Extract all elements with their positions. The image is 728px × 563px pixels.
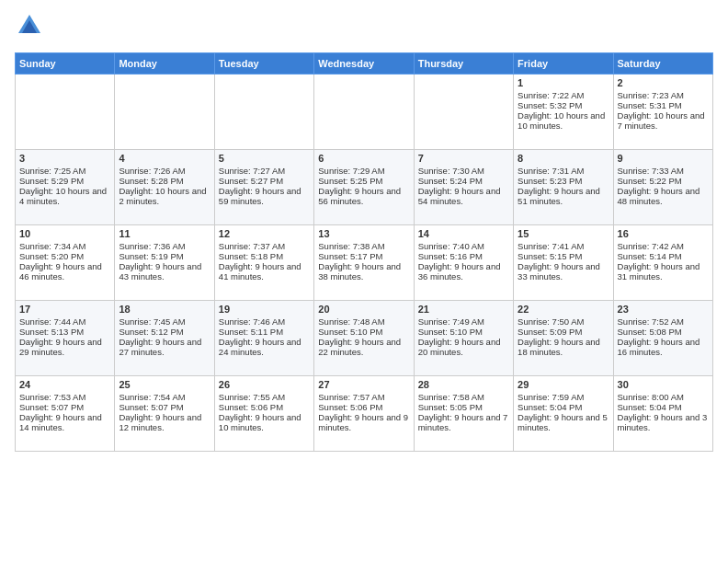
cell-content-line: Sunset: 5:25 PM — [318, 176, 409, 186]
day-number: 9 — [618, 153, 709, 164]
day-number: 18 — [119, 304, 210, 315]
cell-content-line: Sunset: 5:32 PM — [518, 100, 609, 110]
cell-content-line: Sunset: 5:16 PM — [418, 251, 509, 261]
cell-content-line: Sunset: 5:05 PM — [418, 402, 509, 412]
cell-content-line: Sunset: 5:10 PM — [318, 327, 409, 337]
cell-content-line: Sunset: 5:15 PM — [518, 251, 609, 261]
calendar-cell: 13Sunrise: 7:38 AMSunset: 5:17 PMDayligh… — [314, 225, 414, 301]
calendar-cell — [414, 75, 513, 150]
calendar-cell — [115, 75, 214, 150]
cell-content-line: Sunset: 5:23 PM — [518, 176, 609, 186]
cell-content-line: Sunrise: 7:46 AM — [219, 316, 310, 327]
calendar-cell: 7Sunrise: 7:30 AMSunset: 5:24 PMDaylight… — [414, 150, 513, 225]
calendar-cell: 9Sunrise: 7:33 AMSunset: 5:22 PMDaylight… — [613, 150, 712, 225]
cell-content-line: Sunrise: 7:22 AM — [518, 90, 609, 100]
calendar-cell: 6Sunrise: 7:29 AMSunset: 5:25 PMDaylight… — [314, 150, 414, 225]
cell-content-line: Daylight: 9 hours and 46 minutes. — [19, 261, 110, 282]
day-number: 16 — [618, 228, 709, 239]
cell-content-line: Daylight: 9 hours and 12 minutes. — [119, 412, 210, 432]
header — [15, 11, 713, 45]
day-number: 15 — [518, 228, 609, 239]
cell-content-line: Daylight: 9 hours and 22 minutes. — [318, 337, 409, 357]
cell-content-line: Daylight: 9 hours and 51 minutes. — [518, 186, 609, 206]
cell-content-line: Sunset: 5:31 PM — [618, 100, 709, 110]
cell-content-line: Daylight: 9 hours and 38 minutes. — [318, 261, 409, 282]
cell-content-line: Sunrise: 7:23 AM — [618, 90, 709, 100]
day-number: 4 — [119, 153, 210, 164]
calendar-cell: 30Sunrise: 8:00 AMSunset: 5:04 PMDayligh… — [613, 376, 712, 452]
day-number: 23 — [618, 304, 709, 315]
calendar-cell: 17Sunrise: 7:44 AMSunset: 5:13 PMDayligh… — [16, 301, 115, 376]
cell-content-line: Sunset: 5:07 PM — [19, 402, 110, 412]
day-number: 1 — [518, 77, 609, 88]
col-header-saturday: Saturday — [613, 53, 712, 75]
cell-content-line: Sunset: 5:08 PM — [618, 327, 709, 337]
cell-content-line: Sunset: 5:22 PM — [618, 176, 709, 186]
cell-content-line: Daylight: 9 hours and 43 minutes. — [119, 261, 210, 282]
cell-content-line: Daylight: 10 hours and 4 minutes. — [19, 186, 110, 206]
calendar-cell: 14Sunrise: 7:40 AMSunset: 5:16 PMDayligh… — [414, 225, 513, 301]
cell-content-line: Sunrise: 7:26 AM — [119, 166, 210, 176]
cell-content-line: Sunrise: 7:53 AM — [19, 392, 110, 402]
calendar-cell: 16Sunrise: 7:42 AMSunset: 5:14 PMDayligh… — [613, 225, 712, 301]
calendar-cell: 29Sunrise: 7:59 AMSunset: 5:04 PMDayligh… — [514, 376, 613, 452]
calendar-table: SundayMondayTuesdayWednesdayThursdayFrid… — [15, 52, 713, 452]
cell-content-line: Daylight: 9 hours and 29 minutes. — [19, 337, 110, 357]
calendar-cell: 4Sunrise: 7:26 AMSunset: 5:28 PMDaylight… — [115, 150, 214, 225]
cell-content-line: Daylight: 9 hours and 36 minutes. — [418, 261, 509, 282]
cell-content-line: Sunset: 5:29 PM — [19, 176, 110, 186]
week-row-3: 10Sunrise: 7:34 AMSunset: 5:20 PMDayligh… — [16, 225, 713, 301]
cell-content-line: Sunrise: 7:50 AM — [518, 316, 609, 327]
day-number: 8 — [518, 153, 609, 164]
cell-content-line: Daylight: 9 hours and 10 minutes. — [219, 412, 310, 432]
cell-content-line: Sunrise: 7:54 AM — [119, 392, 210, 402]
cell-content-line: Daylight: 10 hours and 2 minutes. — [119, 186, 210, 206]
day-number: 22 — [518, 304, 609, 315]
cell-content-line: Sunrise: 7:29 AM — [318, 166, 409, 176]
col-header-monday: Monday — [115, 53, 214, 75]
day-number: 24 — [19, 379, 110, 390]
day-number: 17 — [19, 304, 110, 315]
calendar-cell: 12Sunrise: 7:37 AMSunset: 5:18 PMDayligh… — [214, 225, 313, 301]
day-number: 14 — [418, 228, 509, 239]
calendar-cell — [214, 75, 313, 150]
page: SundayMondayTuesdayWednesdayThursdayFrid… — [0, 0, 728, 563]
cell-content-line: Sunrise: 7:45 AM — [119, 316, 210, 327]
cell-content-line: Daylight: 9 hours and 16 minutes. — [618, 337, 709, 357]
week-row-4: 17Sunrise: 7:44 AMSunset: 5:13 PMDayligh… — [16, 301, 713, 376]
day-number: 6 — [318, 153, 409, 164]
day-number: 19 — [219, 304, 310, 315]
day-number: 13 — [318, 228, 409, 239]
cell-content-line: Sunrise: 7:30 AM — [418, 166, 509, 176]
day-number: 3 — [19, 153, 110, 164]
calendar-cell: 1Sunrise: 7:22 AMSunset: 5:32 PMDaylight… — [514, 75, 613, 150]
day-number: 28 — [418, 379, 509, 390]
cell-content-line: Sunset: 5:28 PM — [119, 176, 210, 186]
cell-content-line: Daylight: 10 hours and 7 minutes. — [618, 110, 709, 131]
day-number: 5 — [219, 153, 310, 164]
cell-content-line: Sunset: 5:24 PM — [418, 176, 509, 186]
cell-content-line: Sunrise: 7:40 AM — [418, 241, 509, 251]
cell-content-line: Sunset: 5:04 PM — [618, 402, 709, 412]
cell-content-line: Sunrise: 7:25 AM — [19, 166, 110, 176]
col-header-sunday: Sunday — [16, 53, 115, 75]
calendar-cell: 10Sunrise: 7:34 AMSunset: 5:20 PMDayligh… — [16, 225, 115, 301]
cell-content-line: Sunrise: 7:48 AM — [318, 316, 409, 327]
cell-content-line: Sunset: 5:27 PM — [219, 176, 310, 186]
col-header-thursday: Thursday — [414, 53, 513, 75]
cell-content-line: Daylight: 9 hours and 27 minutes. — [119, 337, 210, 357]
cell-content-line: Daylight: 9 hours and 3 minutes. — [618, 412, 709, 432]
calendar-cell: 26Sunrise: 7:55 AMSunset: 5:06 PMDayligh… — [214, 376, 313, 452]
calendar-header-row: SundayMondayTuesdayWednesdayThursdayFrid… — [16, 53, 713, 75]
cell-content-line: Sunrise: 7:52 AM — [618, 316, 709, 327]
calendar-cell: 5Sunrise: 7:27 AMSunset: 5:27 PMDaylight… — [214, 150, 313, 225]
calendar-cell — [16, 75, 115, 150]
cell-content-line: Sunset: 5:12 PM — [119, 327, 210, 337]
calendar-cell: 21Sunrise: 7:49 AMSunset: 5:10 PMDayligh… — [414, 301, 513, 376]
calendar-cell: 8Sunrise: 7:31 AMSunset: 5:23 PMDaylight… — [514, 150, 613, 225]
calendar-cell: 25Sunrise: 7:54 AMSunset: 5:07 PMDayligh… — [115, 376, 214, 452]
calendar-cell: 22Sunrise: 7:50 AMSunset: 5:09 PMDayligh… — [514, 301, 613, 376]
calendar-cell: 2Sunrise: 7:23 AMSunset: 5:31 PMDaylight… — [613, 75, 712, 150]
day-number: 7 — [418, 153, 509, 164]
cell-content-line: Sunset: 5:09 PM — [518, 327, 609, 337]
